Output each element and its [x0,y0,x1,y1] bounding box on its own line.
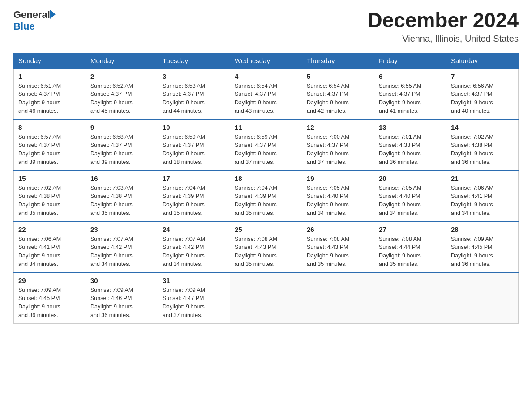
calendar-table: SundayMondayTuesdayWednesdayThursdayFrid… [13,53,519,324]
day-info: Sunrise: 7:03 AMSunset: 4:38 PMDaylight:… [90,184,153,218]
calendar-week-row: 1Sunrise: 6:51 AMSunset: 4:37 PMDaylight… [14,68,519,120]
day-info: Sunrise: 6:54 AMSunset: 4:37 PMDaylight:… [235,82,297,116]
header-wednesday: Wednesday [230,53,302,68]
day-info: Sunrise: 6:59 AMSunset: 4:37 PMDaylight:… [235,133,297,167]
day-number: 22 [18,226,81,233]
calendar-cell: 29Sunrise: 7:09 AMSunset: 4:45 PMDayligh… [14,273,86,324]
day-number: 29 [18,277,81,284]
day-info: Sunrise: 7:08 AMSunset: 4:43 PMDaylight:… [307,235,369,269]
day-number: 6 [379,73,442,80]
calendar-cell: 8Sunrise: 6:57 AMSunset: 4:37 PMDaylight… [14,120,86,171]
calendar-cell: 5Sunrise: 6:54 AMSunset: 4:37 PMDaylight… [302,68,374,120]
day-number: 12 [307,124,369,131]
month-title: December 2024 [367,9,519,32]
day-number: 23 [90,226,153,233]
calendar-cell: 13Sunrise: 7:01 AMSunset: 4:38 PMDayligh… [374,120,446,171]
day-number: 8 [18,124,81,131]
header-monday: Monday [86,53,158,68]
day-info: Sunrise: 7:02 AMSunset: 4:38 PMDaylight:… [18,184,81,218]
day-info: Sunrise: 7:07 AMSunset: 4:42 PMDaylight:… [90,235,153,269]
logo-arrow-icon [50,10,56,19]
calendar-cell: 7Sunrise: 6:56 AMSunset: 4:37 PMDaylight… [446,68,519,120]
day-info: Sunrise: 7:00 AMSunset: 4:37 PMDaylight:… [307,133,369,167]
calendar-cell: 4Sunrise: 6:54 AMSunset: 4:37 PMDaylight… [230,68,302,120]
day-number: 30 [90,277,153,284]
calendar-cell: 2Sunrise: 6:52 AMSunset: 4:37 PMDaylight… [86,68,158,120]
day-info: Sunrise: 7:04 AMSunset: 4:39 PMDaylight:… [235,184,297,218]
logo-general: General [13,9,50,21]
day-info: Sunrise: 7:09 AMSunset: 4:46 PMDaylight:… [90,286,153,320]
logo-blue: Blue [13,21,56,32]
day-number: 4 [235,73,297,80]
day-number: 16 [90,175,153,182]
calendar-cell: 23Sunrise: 7:07 AMSunset: 4:42 PMDayligh… [86,222,158,273]
calendar-cell: 24Sunrise: 7:07 AMSunset: 4:42 PMDayligh… [158,222,230,273]
calendar-cell: 15Sunrise: 7:02 AMSunset: 4:38 PMDayligh… [14,171,86,222]
calendar-cell: 9Sunrise: 6:58 AMSunset: 4:37 PMDaylight… [86,120,158,171]
day-number: 11 [235,124,297,131]
calendar-week-row: 15Sunrise: 7:02 AMSunset: 4:38 PMDayligh… [14,171,519,222]
day-info: Sunrise: 6:57 AMSunset: 4:37 PMDaylight:… [18,133,81,167]
day-number: 17 [163,175,225,182]
day-info: Sunrise: 7:04 AMSunset: 4:39 PMDaylight:… [163,184,225,218]
day-number: 2 [90,73,153,80]
day-info: Sunrise: 7:09 AMSunset: 4:45 PMDaylight:… [451,235,514,269]
calendar-cell: 1Sunrise: 6:51 AMSunset: 4:37 PMDaylight… [14,68,86,120]
day-info: Sunrise: 7:05 AMSunset: 4:40 PMDaylight:… [379,184,442,218]
day-number: 19 [307,175,369,182]
day-info: Sunrise: 7:09 AMSunset: 4:47 PMDaylight:… [163,286,225,320]
day-number: 5 [307,73,369,80]
day-info: Sunrise: 7:09 AMSunset: 4:45 PMDaylight:… [18,286,81,320]
calendar-cell: 28Sunrise: 7:09 AMSunset: 4:45 PMDayligh… [446,222,519,273]
day-info: Sunrise: 6:51 AMSunset: 4:37 PMDaylight:… [18,82,81,116]
day-info: Sunrise: 6:52 AMSunset: 4:37 PMDaylight:… [90,82,153,116]
day-info: Sunrise: 7:02 AMSunset: 4:38 PMDaylight:… [451,133,514,167]
logo: General Blue [13,9,56,32]
day-info: Sunrise: 7:08 AMSunset: 4:44 PMDaylight:… [379,235,442,269]
day-info: Sunrise: 6:56 AMSunset: 4:37 PMDaylight:… [451,82,514,116]
calendar-week-row: 8Sunrise: 6:57 AMSunset: 4:37 PMDaylight… [14,120,519,171]
page-header: General Blue December 2024 Vienna, Illin… [13,9,519,44]
day-number: 18 [235,175,297,182]
calendar-cell: 31Sunrise: 7:09 AMSunset: 4:47 PMDayligh… [158,273,230,324]
day-number: 20 [379,175,442,182]
header-friday: Friday [374,53,446,68]
day-info: Sunrise: 7:08 AMSunset: 4:43 PMDaylight:… [235,235,297,269]
calendar-cell [302,273,374,324]
day-info: Sunrise: 7:06 AMSunset: 4:41 PMDaylight:… [451,184,514,218]
day-number: 27 [379,226,442,233]
day-number: 15 [18,175,81,182]
calendar-cell: 19Sunrise: 7:05 AMSunset: 4:40 PMDayligh… [302,171,374,222]
day-number: 26 [307,226,369,233]
calendar-cell: 3Sunrise: 6:53 AMSunset: 4:37 PMDaylight… [158,68,230,120]
calendar-cell: 14Sunrise: 7:02 AMSunset: 4:38 PMDayligh… [446,120,519,171]
day-number: 9 [90,124,153,131]
day-number: 10 [163,124,225,131]
calendar-cell [446,273,519,324]
header-sunday: Sunday [14,53,86,68]
day-number: 1 [18,73,81,80]
day-info: Sunrise: 6:58 AMSunset: 4:37 PMDaylight:… [90,133,153,167]
day-number: 31 [163,277,225,284]
day-info: Sunrise: 7:05 AMSunset: 4:40 PMDaylight:… [307,184,369,218]
calendar-cell [374,273,446,324]
calendar-cell: 6Sunrise: 6:55 AMSunset: 4:37 PMDaylight… [374,68,446,120]
day-number: 7 [451,73,514,80]
day-number: 25 [235,226,297,233]
day-info: Sunrise: 7:07 AMSunset: 4:42 PMDaylight:… [163,235,225,269]
calendar-header-row: SundayMondayTuesdayWednesdayThursdayFrid… [14,53,519,68]
day-number: 24 [163,226,225,233]
calendar-cell: 18Sunrise: 7:04 AMSunset: 4:39 PMDayligh… [230,171,302,222]
day-number: 13 [379,124,442,131]
day-info: Sunrise: 7:06 AMSunset: 4:41 PMDaylight:… [18,235,81,269]
calendar-cell: 11Sunrise: 6:59 AMSunset: 4:37 PMDayligh… [230,120,302,171]
day-info: Sunrise: 7:01 AMSunset: 4:38 PMDaylight:… [379,133,442,167]
day-info: Sunrise: 6:53 AMSunset: 4:37 PMDaylight:… [163,82,225,116]
header-saturday: Saturday [446,53,519,68]
title-block: December 2024 Vienna, Illinois, United S… [367,9,519,44]
calendar-week-row: 22Sunrise: 7:06 AMSunset: 4:41 PMDayligh… [14,222,519,273]
calendar-cell: 16Sunrise: 7:03 AMSunset: 4:38 PMDayligh… [86,171,158,222]
day-number: 28 [451,226,514,233]
calendar-cell: 25Sunrise: 7:08 AMSunset: 4:43 PMDayligh… [230,222,302,273]
calendar-cell [230,273,302,324]
